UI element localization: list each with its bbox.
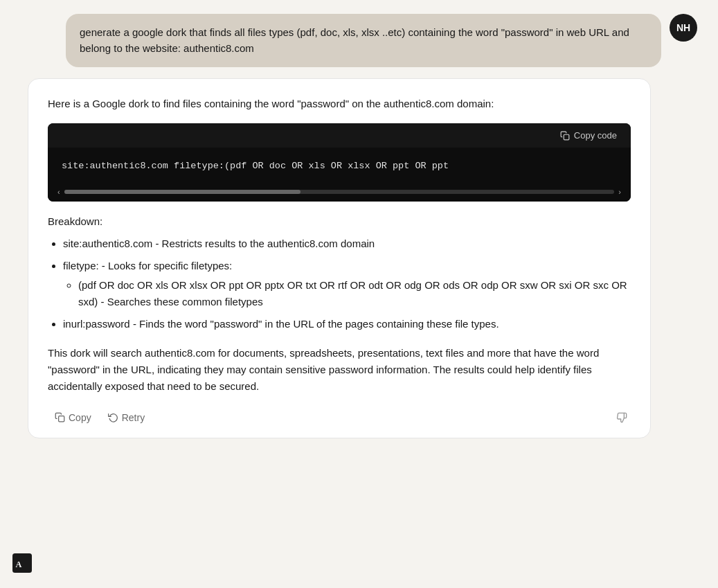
assistant-message: Here is a Google dork to find files cont… xyxy=(28,78,651,438)
assistant-intro: Here is a Google dork to find files cont… xyxy=(48,96,631,112)
user-message-text: generate a google dork that finds all fi… xyxy=(80,26,629,54)
copy-code-button[interactable]: Copy code xyxy=(556,129,621,142)
scrollbar-track xyxy=(64,190,615,194)
anthropic-logo-area: A xyxy=(12,553,32,576)
chat-container: generate a google dork that finds all fi… xyxy=(0,7,718,452)
user-message-bubble: generate a google dork that finds all fi… xyxy=(66,14,661,67)
list-item: filetype: - Looks for specific filetypes… xyxy=(63,258,631,310)
breakdown-list: site:authentic8.com - Restricts results … xyxy=(48,235,631,332)
clipboard-icon xyxy=(560,131,570,141)
user-message-row: generate a google dork that finds all fi… xyxy=(14,14,704,67)
scroll-right-arrow[interactable]: › xyxy=(614,188,625,196)
summary-text: This dork will search authentic8.com for… xyxy=(48,345,631,395)
svg-rect-1 xyxy=(59,416,64,422)
action-left: Copy Retry xyxy=(48,409,152,427)
code-block-wrapper: Copy code site:authentic8.com filetype:(… xyxy=(48,123,631,202)
action-row: Copy Retry xyxy=(48,406,631,427)
copy-code-label: Copy code xyxy=(574,130,617,141)
copy-label: Copy xyxy=(69,412,91,423)
retry-label: Retry xyxy=(122,412,145,423)
nested-item-text: (pdf OR doc OR xls OR xlsx OR ppt OR ppt… xyxy=(78,279,627,308)
thumbdown-button[interactable] xyxy=(613,409,631,427)
list-item-text: filetype: - Looks for specific filetypes… xyxy=(63,260,232,271)
copy-button[interactable]: Copy xyxy=(48,409,98,427)
code-block-header: Copy code xyxy=(48,123,631,148)
scroll-left-arrow[interactable]: ‹ xyxy=(53,188,64,196)
anthropic-logo: A xyxy=(12,553,32,573)
list-item: inurl:password - Finds the word "passwor… xyxy=(63,316,631,332)
list-item: site:authentic8.com - Restricts results … xyxy=(63,235,631,252)
nested-list: (pdf OR doc OR xls OR xlsx OR ppt OR ppt… xyxy=(63,277,631,310)
retry-icon xyxy=(108,412,118,422)
scrollbar-thumb xyxy=(64,190,301,194)
code-content: site:authentic8.com filetype:(pdf OR doc… xyxy=(62,159,617,174)
breakdown-title: Breakdown: xyxy=(48,215,631,227)
avatar: NH xyxy=(670,14,697,42)
thumbdown-icon xyxy=(616,412,627,423)
list-item-text: site:authentic8.com - Restricts results … xyxy=(63,238,375,249)
svg-rect-0 xyxy=(564,134,569,140)
retry-button[interactable]: Retry xyxy=(101,409,152,427)
action-right xyxy=(613,409,631,427)
list-item-text: inurl:password - Finds the word "passwor… xyxy=(63,318,499,330)
avatar-initials: NH xyxy=(676,22,690,33)
scrollbar-row: ‹ › xyxy=(48,185,631,202)
nested-list-item: (pdf OR doc OR xls OR xlsx OR ppt OR ppt… xyxy=(78,277,631,310)
code-block-scroll[interactable]: site:authentic8.com filetype:(pdf OR doc… xyxy=(48,148,631,185)
copy-icon xyxy=(55,412,65,422)
svg-text:A: A xyxy=(15,560,21,569)
